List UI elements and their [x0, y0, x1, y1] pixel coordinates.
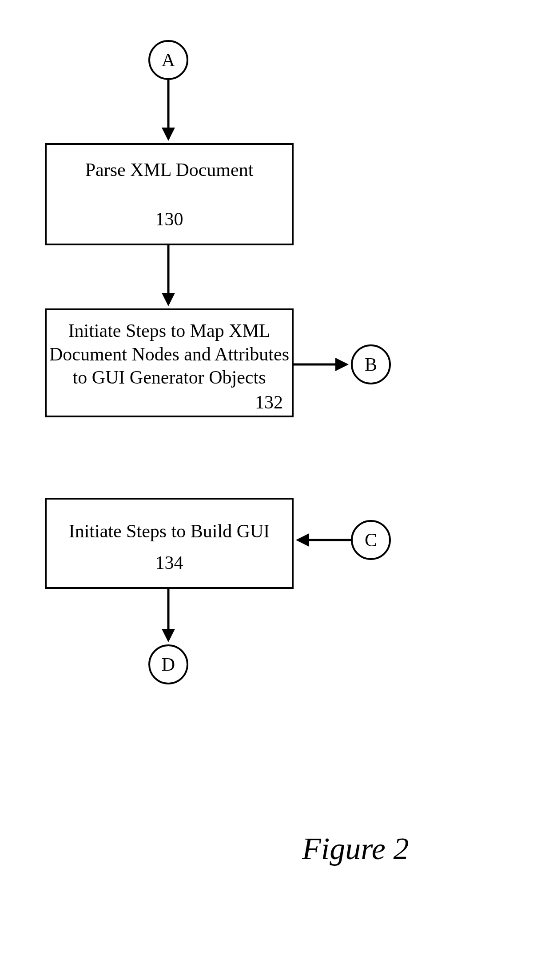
- process-box-build: Initiate Steps to Build GUI 134: [45, 498, 294, 589]
- connector-b: B: [351, 344, 391, 384]
- process-box-map-num: 132: [255, 392, 283, 413]
- connector-a: A: [148, 40, 188, 80]
- process-box-parse-text: Parse XML Document: [47, 158, 292, 182]
- connector-c: C: [351, 520, 391, 560]
- process-box-parse-num: 130: [47, 208, 292, 230]
- connector-a-label: A: [162, 49, 175, 71]
- connector-d-label: D: [162, 654, 175, 675]
- connector-c-label: C: [365, 529, 377, 551]
- process-box-map-text-line3: to GUI Generator Objects: [47, 366, 292, 389]
- process-box-build-num: 134: [47, 552, 292, 573]
- flowchart-canvas: A Parse XML Document 130 Initiate Steps …: [0, 0, 541, 980]
- process-box-map-text-line1: Initiate Steps to Map XML: [47, 319, 292, 343]
- process-box-map: Initiate Steps to Map XML Document Nodes…: [45, 308, 294, 417]
- process-box-parse: Parse XML Document 130: [45, 143, 294, 245]
- figure-caption: Figure 2: [302, 831, 409, 867]
- connector-d: D: [148, 644, 188, 684]
- process-box-build-text: Initiate Steps to Build GUI: [47, 520, 292, 543]
- connector-b-label: B: [365, 354, 377, 375]
- process-box-map-text-line2: Document Nodes and Attributes: [47, 343, 292, 366]
